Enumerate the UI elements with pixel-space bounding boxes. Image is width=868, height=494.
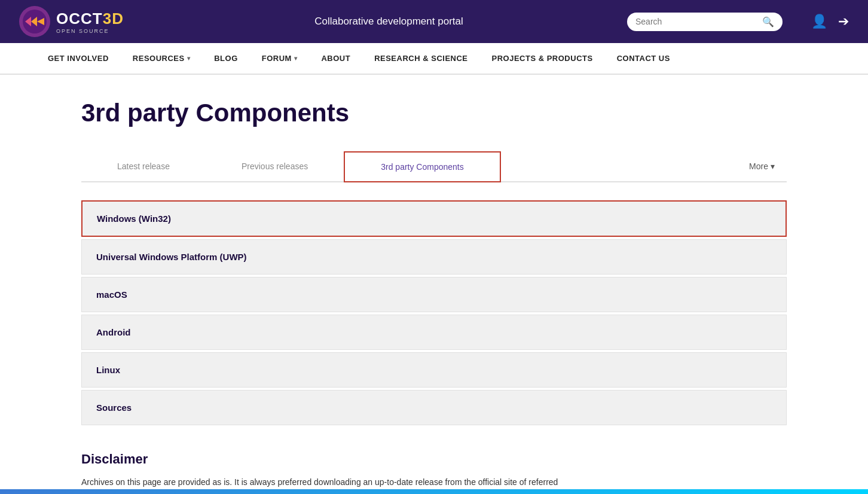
accordion-item-linux[interactable]: Linux [81,352,787,388]
logo-title: OCCT3D [56,10,124,28]
page-title: 3rd party Components [81,99,787,127]
forum-dropdown-arrow: ▾ [294,55,298,62]
main-content: 3rd party Components Latest release Prev… [45,75,823,494]
accordion-item-sources[interactable]: Sources [81,390,787,425]
nav-item-projects[interactable]: PROJECTS & PRODUCTS [480,43,605,74]
logo-text: OCCT3D OPEN SOURCE [56,10,124,34]
nav-bar: GET INVOLVED RESOURCES ▾ BLOG FORUM ▾ AB… [0,43,868,75]
logo-area: OCCT3D OPEN SOURCE [19,6,151,37]
occt-logo-icon [19,6,50,37]
nav-item-research[interactable]: RESEARCH & SCIENCE [362,43,479,74]
nav-item-forum[interactable]: FORUM ▾ [250,43,310,74]
tab-3rd-party-components[interactable]: 3rd party Components [344,151,501,182]
nav-item-get-involved[interactable]: GET INVOLVED [36,43,121,74]
search-bar: 🔍 [627,13,783,31]
logout-icon[interactable]: ➔ [838,14,849,29]
disclaimer-title: Disclaimer [81,452,787,467]
resources-dropdown-arrow: ▾ [187,55,191,62]
tab-more-button[interactable]: More ▾ [737,152,787,181]
tab-more-arrow: ▾ [771,161,775,171]
nav-item-blog[interactable]: BLOG [202,43,250,74]
disclaimer-text: Archives on this page are provided as is… [81,475,787,489]
header-tagline: Collaborative development portal [170,16,608,28]
tab-previous-releases[interactable]: Previous releases [206,152,344,181]
user-icon[interactable]: 👤 [811,14,827,29]
tab-latest-release[interactable]: Latest release [81,152,206,181]
accordion-item-uwp[interactable]: Universal Windows Platform (UWP) [81,239,787,275]
header-icons: 👤 ➔ [811,14,849,29]
logo-subtitle: OPEN SOURCE [56,28,124,34]
search-input[interactable] [635,17,757,26]
nav-item-contact[interactable]: CONTACT US [605,43,682,74]
nav-item-resources[interactable]: RESOURCES ▾ [121,43,202,74]
tabs-row: Latest release Previous releases 3rd par… [81,151,787,182]
accordion-item-android[interactable]: Android [81,315,787,350]
accordion-list: Windows (Win32) Universal Windows Platfo… [81,200,787,428]
bottom-bar [0,489,868,494]
search-button[interactable]: 🔍 [762,16,774,28]
accordion-item-macos[interactable]: macOS [81,277,787,312]
accordion-item-windows[interactable]: Windows (Win32) [81,200,787,237]
header: OCCT3D OPEN SOURCE Collaborative develop… [0,0,868,43]
disclaimer-section: Disclaimer Archives on this page are pro… [81,452,787,489]
nav-item-about[interactable]: ABOUT [309,43,362,74]
